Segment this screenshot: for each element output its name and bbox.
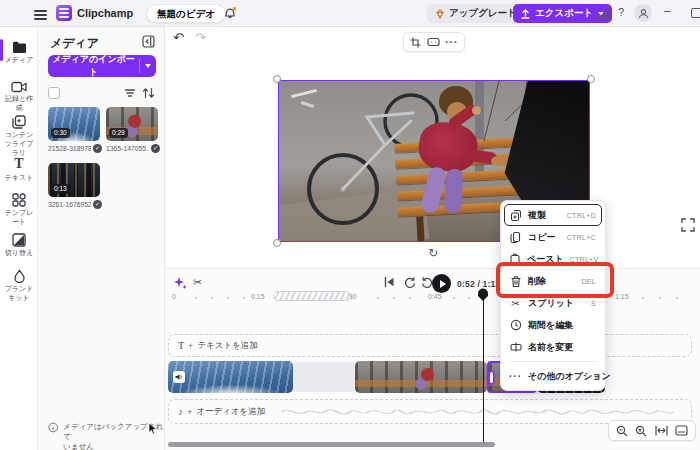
backup-notice-line2: いません [63,442,94,450]
import-media-button[interactable]: メディアのインポート [48,55,156,77]
preview-tools-pill: ··· [403,32,465,52]
media-panel: メディア メディアのインポート 0:30 21528-318978... 0:2… [38,27,165,450]
sort-icon[interactable] [142,87,155,99]
clipchamp-editor-window: Clipchamp 無題のビデオ アップグレード エクスポート [0,0,700,450]
project-title-button[interactable]: 無題のビデオ [146,4,226,23]
skip-to-start-icon[interactable] [383,276,395,288]
fullscreen-icon[interactable] [681,218,695,232]
crop-icon[interactable] [410,37,421,48]
synced-check-icon [151,144,160,153]
plus-icon: + [188,341,193,351]
backup-status-notice: メディアはバックアップされて いません [48,422,164,450]
sidebar-item-templates[interactable]: テンプレート [1,190,37,227]
synced-check-icon [93,144,102,153]
resize-handle-top-right[interactable] [587,75,595,83]
context-menu-item-duplicate[interactable]: 複製 CTRL+D [504,204,602,226]
timeline-clip-ocean[interactable] [168,361,293,393]
help-button[interactable]: ? [618,6,624,18]
context-menu-label: 削除 [528,275,575,288]
select-all-checkbox[interactable] [48,87,60,99]
ruler-label: 0:15 [251,293,265,300]
sidebar-item-transitions[interactable]: 切り替え [1,230,37,258]
menu-separator [509,361,597,362]
sidebar-item-text[interactable]: T テキスト [1,155,37,183]
context-menu-shortcut: DEL [581,278,596,285]
filter-icon[interactable] [124,87,136,99]
info-icon [48,422,58,433]
app-name: Clipchamp [77,7,133,19]
account-avatar[interactable] [634,4,652,22]
media-clip-name: 3261-1676952... [48,200,102,209]
upgrade-button[interactable]: アップグレード [427,4,525,23]
synced-check-icon [93,200,102,209]
context-menu-shortcut: CTRL+C [567,234,596,241]
sidebar-item-content-library[interactable]: コンテンツライブラリ [1,112,37,157]
aspect-ratio-icon[interactable] [427,37,440,47]
context-menu-item-more-options[interactable]: ··· その他のオプション [501,365,605,387]
playhead-line[interactable] [483,300,485,442]
trash-icon [509,275,522,288]
template-grid-icon [1,190,37,207]
window-minimize-button[interactable]: – [664,4,671,18]
duplicate-icon [509,209,522,222]
clock-icon [509,319,522,331]
resize-handle-bottom-left[interactable] [273,239,281,247]
add-audio-label: オーディオを追加 [196,406,265,418]
resize-handle-top-left[interactable] [273,75,281,83]
media-clip-thumbnail[interactable]: 0:29 [106,107,158,141]
redo-icon[interactable]: ↷ [195,30,206,45]
timeline-scrollbar[interactable] [168,442,495,447]
clipchamp-logo-icon [56,5,72,21]
context-menu-item-rename[interactable]: 名前を変更 [501,336,605,358]
context-menu-label: 期間を編集 [528,319,590,332]
context-menu-item-copy[interactable]: コピー CTRL+C [501,226,605,248]
transition-icon [1,230,37,247]
media-clip-thumbnail[interactable]: 0:13 [48,163,100,197]
context-menu-label: その他のオプション [528,370,611,383]
sidebar-item-brand-kit[interactable]: ブランドキット [1,266,37,303]
media-clip-thumbnail[interactable]: 0:30 [48,107,100,141]
hamburger-menu-icon[interactable] [34,8,47,22]
undo-icon[interactable]: ↶ [173,30,184,45]
context-menu-item-edit-duration[interactable]: 期間を編集 [501,314,605,336]
export-label: エクスポート [535,7,593,20]
diamond-icon [435,9,445,19]
context-menu-label: スプリット [528,297,585,310]
timeline-gap[interactable] [293,362,355,392]
add-text-track[interactable]: T + テキストを追加 [168,334,692,357]
split-scissors-icon[interactable]: ✂ [193,276,202,289]
copy-icon [509,231,522,244]
text-T-icon: T [1,155,37,172]
sidebar-item-label: テキスト [1,174,37,183]
timeline-ruler[interactable]: 0 0:15 0:30 0:45 1:15 [165,291,700,306]
notifications-bell-icon[interactable] [222,5,238,21]
sidebar-item-record-create[interactable]: 記録と作成 [1,76,37,113]
timeline-zoom-controls [608,420,696,441]
preview-stage: ↶ ↷ ··· [165,27,700,268]
zoom-in-icon[interactable] [635,425,647,437]
zoom-out-icon[interactable] [616,425,628,437]
sidebar-item-media[interactable]: メディア [1,37,37,65]
collapse-panel-icon[interactable] [142,35,155,48]
plus-icon: + [187,407,192,417]
upgrade-label: アップグレード [449,7,517,20]
trim-handle-left[interactable] [490,372,493,383]
loop-back-icon[interactable] [403,276,416,289]
timeline-view-icon[interactable] [675,425,688,436]
context-menu-label: 複製 [528,209,561,222]
timeline-section: ✂ 0:52 / 1:13 0 0:15 0:30 0:45 1:15 [165,268,700,450]
ai-sparkle-icon[interactable] [173,276,187,290]
import-dropdown-chevron[interactable] [140,64,156,68]
rotate-handle-icon[interactable]: ↻ [428,246,438,260]
zoom-fit-icon[interactable] [655,425,668,436]
more-options-icon[interactable]: ··· [445,37,458,48]
context-menu-item-split[interactable]: ✂ スプリット S [501,292,605,314]
feature-sidebar: メディア 記録と作成 コンテンツライブラリ T テキスト テンプレート [0,27,38,450]
timeline-clip-puppet[interactable] [355,361,487,393]
context-menu-item-delete[interactable]: 削除 DEL [501,270,605,292]
integrations-icon[interactable] [596,6,611,21]
context-menu-label: コピー [528,231,561,244]
context-menu-item-paste[interactable]: ペースト CTRL+V [501,248,605,270]
upload-icon [521,9,530,19]
window-maximize-button[interactable] [691,8,700,18]
